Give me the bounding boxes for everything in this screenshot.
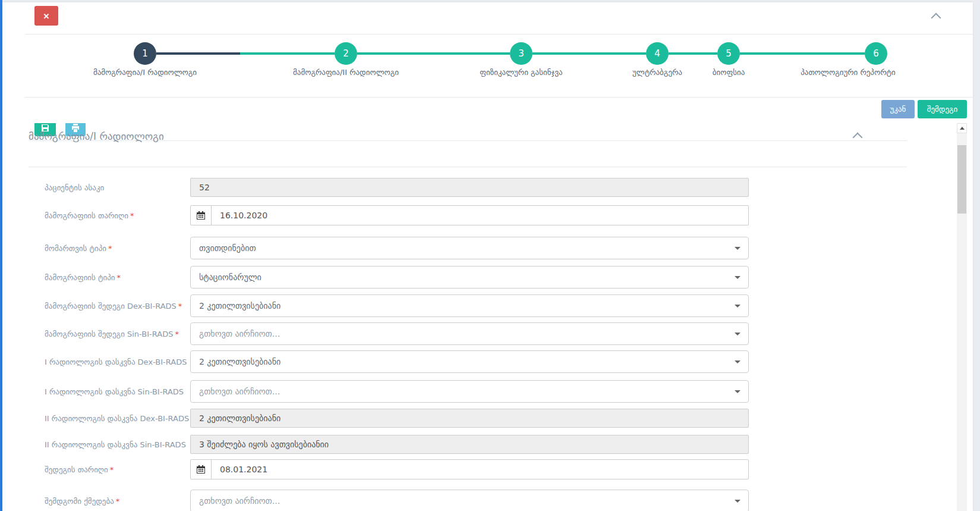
radiologist1-dex-select[interactable]: 2 კეთილთვისებიანი (190, 350, 749, 373)
next-button[interactable]: შემდეგი (918, 100, 967, 118)
close-icon: ✕ (43, 12, 50, 21)
chevron-down-icon (735, 305, 740, 308)
scrollbar-thumb[interactable] (957, 145, 966, 214)
divider (25, 34, 973, 35)
step-5-circle[interactable]: 5 (717, 42, 740, 65)
required-marker: * (178, 302, 182, 311)
referral-type-select[interactable]: თვითდინებით (190, 237, 749, 259)
section-title: მამოგრაფია/I რადიოლოგი (29, 130, 164, 142)
section-divider (29, 167, 907, 167)
step-2-circle[interactable]: 2 (335, 42, 357, 65)
chevron-down-icon (735, 247, 740, 250)
mammography-result-dex-select[interactable]: 2 კეთილთვისებიანი (190, 294, 749, 317)
field-label: I რადიოლოგის დასკვნა Dex-BI-RADS (45, 358, 187, 366)
next-action-select[interactable]: გთხოვთ აირჩიოთ... (190, 490, 749, 511)
required-marker: * (108, 244, 112, 253)
calendar-icon[interactable] (191, 460, 212, 479)
step-6-label: პათოლოგიური რეპორტი (777, 68, 919, 77)
divider (25, 97, 973, 98)
step-2-label: მამოგრაფია/II რადიოლოგი (275, 68, 417, 77)
radiologist2-dex-input: 2 კეთილთვისებიანი (190, 409, 749, 428)
step-1-label: მამოგრაფია/I რადიოლოგი (74, 68, 216, 77)
step-3-circle[interactable]: 3 (510, 42, 532, 65)
required-marker: * (117, 273, 121, 282)
field-label: შედეგის თარიღი* (45, 465, 114, 474)
required-marker: * (116, 497, 120, 506)
mammography-type-select[interactable]: სტაციონარული (190, 266, 749, 289)
required-marker: * (130, 211, 134, 220)
field-label: მამოგრაფიის შედეგი Sin-BI-RADS* (45, 330, 179, 338)
scrollbar-track[interactable] (957, 123, 967, 511)
result-date-input[interactable]: 08.01.2021 (190, 459, 749, 479)
collapse-card-chevron-up-icon[interactable] (931, 13, 941, 23)
field-label: მამოგრაფიის ტიპი* (45, 273, 121, 282)
field-label: მომართვის ტიპი* (45, 244, 112, 253)
step-4-circle[interactable]: 4 (646, 42, 669, 65)
chevron-down-icon (735, 360, 740, 363)
stepper-connector (532, 52, 646, 55)
required-marker: * (110, 465, 114, 474)
field-label: შემდგომი ქმედება* (45, 497, 119, 506)
main-card: ✕ 1 მამოგრაფია/I რადიოლოგი 2 მამოგრაფია/… (2, 2, 973, 511)
radiologist1-sin-select[interactable]: გთხოვთ აირჩიოთ... (190, 380, 749, 403)
patient-age-input: 52 (190, 178, 749, 197)
field-label: II რადიოლოგის დასკვნა Sin-BI-RADS (45, 440, 186, 449)
chevron-down-icon (735, 500, 740, 503)
stepper-connector (240, 52, 335, 55)
back-button[interactable]: უკან (881, 100, 915, 118)
field-label: I რადიოლოგის დასკვნა Sin-BI-RADS (45, 387, 184, 396)
app-frame: ✕ 1 მამოგრაფია/I რადიოლოგი 2 მამოგრაფია/… (0, 0, 980, 511)
chevron-down-icon (735, 333, 740, 336)
stepper-connector (357, 52, 510, 55)
form-scroll-area: მამოგრაფია/I რადიოლოგი პაციენტის ასაკი 5… (2, 123, 957, 511)
mammography-date-input[interactable]: 16.10.2020 (190, 205, 749, 225)
mammography-result-sin-select[interactable]: გთხოვთ აირჩიოთ... (190, 322, 749, 345)
field-label: II რადიოლოგის დასკვნა Dex-BI-RADS (45, 414, 189, 423)
scrollbar-up-button[interactable] (957, 123, 967, 133)
field-label: პაციენტის ასაკი (45, 183, 104, 192)
step-6-circle[interactable]: 6 (865, 42, 887, 65)
stepper-connector (740, 52, 865, 55)
step-1-circle[interactable]: 1 (134, 42, 156, 65)
required-marker: * (175, 330, 179, 338)
stepper-connector (669, 52, 717, 55)
close-button[interactable]: ✕ (34, 6, 58, 26)
chevron-down-icon (735, 276, 740, 279)
field-label: მამოგრაფიის თარიღი* (45, 211, 134, 220)
chevron-down-icon (735, 390, 740, 393)
step-3-label: ფიზიკალური გასინჯვა (450, 68, 593, 77)
calendar-icon[interactable] (191, 206, 212, 225)
radiologist2-sin-input: 3 შეიძლება იყოს ავთვისებიანიი (190, 435, 749, 454)
field-label: მამოგრაფიის შედეგი Dex-BI-RADS* (45, 302, 182, 311)
stepper-connector-done (156, 52, 240, 55)
